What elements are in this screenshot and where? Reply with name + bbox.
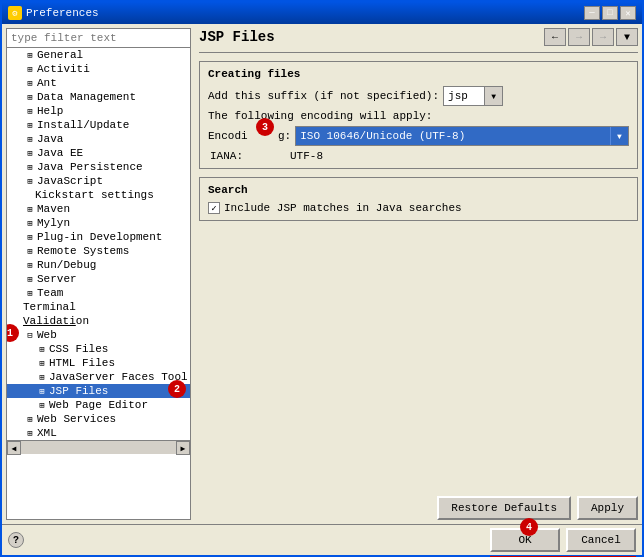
sidebar-item-web-label: Web — [37, 329, 57, 341]
expand-jsf-icon: ⊞ — [35, 372, 49, 383]
sidebar-item-data-management[interactable]: ⊞Data Management — [7, 90, 190, 104]
sidebar-item-web-page-editor[interactable]: ⊞Web Page Editor — [7, 398, 190, 412]
encoding-title: The following encoding will apply: — [208, 110, 432, 122]
search-title: Search — [208, 184, 629, 196]
sidebar-item-general[interactable]: ⊞General — [7, 48, 190, 62]
sidebar-item-help[interactable]: ⊞Help — [7, 104, 190, 118]
sidebar-scrollbar[interactable]: ◀ ▶ — [7, 440, 190, 454]
restore-apply-row: Restore Defaults Apply — [199, 496, 638, 520]
sidebar-jsp-container: ⊞ JSP Files 2 — [7, 384, 190, 398]
expand-ws-icon: ⊞ — [23, 414, 37, 425]
sidebar-item-install-update[interactable]: ⊞Install/Update — [7, 118, 190, 132]
suffix-row: Add this suffix (if not specified): jsp … — [208, 86, 629, 106]
search-section: Search ✓ Include JSP matches in Java sea… — [199, 177, 638, 221]
sidebar-item-team[interactable]: ⊞Team — [7, 286, 190, 300]
expand-html-icon: ⊞ — [35, 358, 49, 369]
sidebar: ⊞General ⊞Activiti ⊞Ant ⊞Data Management… — [6, 28, 191, 520]
minimize-button[interactable]: — — [584, 6, 600, 20]
expand-web-icon: ⊟ — [23, 330, 37, 341]
encoding-dropdown[interactable]: ISO 10646/Unicode (UTF-8) ▼ — [295, 126, 629, 146]
sidebar-tree: ⊞General ⊞Activiti ⊞Ant ⊞Data Management… — [7, 48, 190, 440]
expand-jsp-icon: ⊞ — [35, 386, 49, 397]
sidebar-item-plugin-dev[interactable]: ⊞Plug-in Development — [7, 230, 190, 244]
sidebar-item-server[interactable]: ⊞Server — [7, 272, 190, 286]
nav-forward-button[interactable]: → — [568, 28, 590, 46]
sidebar-item-validation[interactable]: Validation — [7, 314, 190, 328]
window-icon: ⚙ — [8, 6, 22, 20]
panel-title: JSP Files — [199, 29, 275, 45]
sidebar-item-javascript[interactable]: ⊞JavaScript — [7, 174, 190, 188]
maximize-button[interactable]: □ — [602, 6, 618, 20]
bottom-status-bar: ? 4 OK Cancel — [2, 524, 642, 555]
help-button[interactable]: ? — [8, 532, 24, 548]
ok-cancel-row: 4 OK Cancel — [490, 528, 636, 552]
main-panel: JSP Files ← → → ▼ Creating files Add thi… — [195, 24, 642, 524]
title-bar: ⚙ Preferences — □ ✕ — [2, 2, 642, 24]
creating-files-title: Creating files — [208, 68, 629, 80]
sidebar-item-java[interactable]: ⊞Java — [7, 132, 190, 146]
sidebar-item-kickstart[interactable]: Kickstart settings — [7, 188, 190, 202]
search-checkbox-row: ✓ Include JSP matches in Java searches — [208, 202, 629, 214]
sidebar-item-css-files[interactable]: ⊞CSS Files — [7, 342, 190, 356]
panel-separator — [199, 52, 638, 53]
sidebar-item-activiti[interactable]: ⊞Activiti — [7, 62, 190, 76]
badge-2: 2 — [168, 380, 186, 398]
sidebar-item-maven[interactable]: ⊞Maven — [7, 202, 190, 216]
panel-header: JSP Files ← → → ▼ — [199, 28, 638, 46]
sidebar-item-web-services[interactable]: ⊞Web Services — [7, 412, 190, 426]
sidebar-item-web[interactable]: ⊟ Web — [7, 328, 190, 342]
sidebar-item-terminal[interactable]: Terminal — [7, 300, 190, 314]
sidebar-web-container: ⊟ Web 1 — [7, 328, 190, 342]
window-title: Preferences — [26, 7, 99, 19]
expand-xml-icon: ⊞ — [23, 428, 37, 439]
sidebar-item-xml[interactable]: ⊞XML — [7, 426, 190, 440]
search-checkbox[interactable]: ✓ — [208, 202, 220, 214]
scroll-left-button[interactable]: ◀ — [7, 441, 21, 455]
close-button[interactable]: ✕ — [620, 6, 636, 20]
search-checkbox-label: Include JSP matches in Java searches — [224, 202, 462, 214]
expand-css-icon: ⊞ — [35, 344, 49, 355]
sidebar-item-jsp-label: JSP Files — [49, 385, 108, 397]
badge-4: 4 — [520, 518, 538, 536]
sidebar-item-jsp-files[interactable]: ⊞ JSP Files — [7, 384, 190, 398]
suffix-label: Add this suffix (if not specified): — [208, 90, 439, 102]
filter-input[interactable] — [7, 29, 190, 48]
sidebar-item-remote-systems[interactable]: ⊞Remote Systems — [7, 244, 190, 258]
cancel-button[interactable]: Cancel — [566, 528, 636, 552]
sidebar-item-mylyn[interactable]: ⊞Mylyn — [7, 216, 190, 230]
iana-label: IANA: — [210, 150, 290, 162]
sidebar-item-java-ee[interactable]: ⊞Java EE — [7, 146, 190, 160]
encoding-value: ISO 10646/Unicode (UTF-8) — [296, 129, 610, 143]
suffix-dropdown-arrow[interactable]: ▼ — [484, 87, 502, 105]
suffix-dropdown[interactable]: jsp ▼ — [443, 86, 503, 106]
iana-row: IANA: UTF-8 — [208, 150, 629, 162]
title-bar-buttons: — □ ✕ — [584, 6, 636, 20]
title-bar-left: ⚙ Preferences — [8, 6, 99, 20]
apply-button[interactable]: Apply — [577, 496, 638, 520]
sidebar-item-html-files[interactable]: ⊞HTML Files — [7, 356, 190, 370]
sidebar-item-javaserver-faces[interactable]: ⊞JavaServer Faces Tool — [7, 370, 190, 384]
iana-value: UTF-8 — [290, 150, 323, 162]
nav-back-button[interactable]: ← — [544, 28, 566, 46]
creating-files-section: Creating files Add this suffix (if not s… — [199, 61, 638, 169]
badge-3: 3 — [256, 118, 274, 136]
sidebar-item-ant[interactable]: ⊞Ant — [7, 76, 190, 90]
restore-defaults-button[interactable]: Restore Defaults — [437, 496, 571, 520]
scroll-track — [21, 441, 176, 454]
sidebar-item-java-persistence[interactable]: ⊞Java Persistence — [7, 160, 190, 174]
nav-buttons: ← → → ▼ — [544, 28, 638, 46]
suffix-value: jsp — [444, 89, 484, 103]
encoding-dropdown-arrow[interactable]: ▼ — [610, 127, 628, 145]
encoding-row: Encodi g: ISO 10646/Unicode (UTF-8) ▼ 3 — [208, 126, 629, 146]
expand-wpe-icon: ⊞ — [35, 400, 49, 411]
scroll-right-button[interactable]: ▶ — [176, 441, 190, 455]
nav-forward2-button[interactable]: → — [592, 28, 614, 46]
content-area: ⊞General ⊞Activiti ⊞Ant ⊞Data Management… — [2, 24, 642, 524]
nav-dropdown-button[interactable]: ▼ — [616, 28, 638, 46]
preferences-window: ⚙ Preferences — □ ✕ ⊞General ⊞Activiti ⊞… — [0, 0, 644, 557]
sidebar-item-run-debug[interactable]: ⊞Run/Debug — [7, 258, 190, 272]
bottom-buttons: Restore Defaults Apply — [199, 496, 638, 520]
encoding-label-ng: g: — [278, 130, 291, 142]
